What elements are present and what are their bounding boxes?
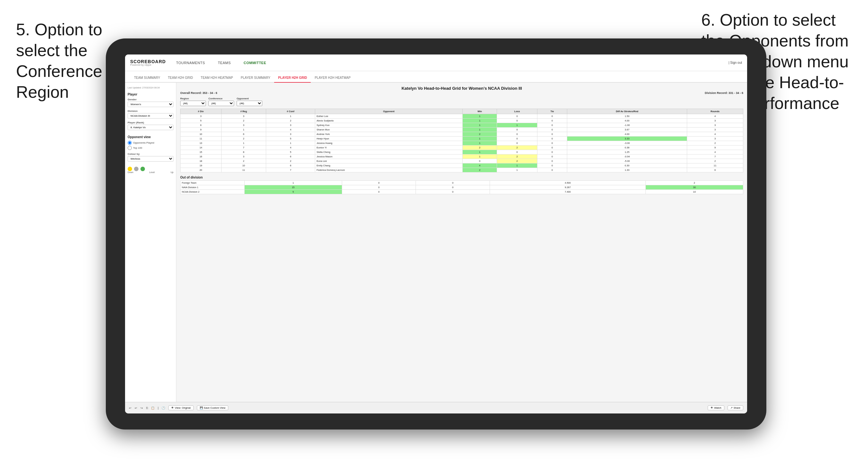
cell-opponent: Federica Domecq Lacroze [315, 168, 462, 173]
cell-loss: 2 [497, 155, 537, 159]
cell-rounds: 3 [687, 136, 743, 141]
cell-win: 1 [462, 155, 497, 159]
cell-conf: 5 [266, 150, 315, 155]
cell-tie: 0 [537, 119, 567, 123]
nav-teams[interactable]: TEAMS [215, 60, 233, 66]
cell-reg: 11 [221, 168, 266, 173]
cell-loss: 1 [497, 123, 537, 128]
save-custom-btn[interactable]: 💾 Save Custom View [197, 405, 228, 410]
cell-win: 1 [462, 150, 497, 155]
cell-reg: 3 [221, 155, 266, 159]
cell-win: 1 [462, 123, 497, 128]
copy-icon[interactable]: ⎘ [146, 406, 148, 410]
cell-reg: 7 [221, 146, 266, 150]
main-data-table: # Div # Reg # Conf Opponent Win Loss Tie… [180, 108, 743, 173]
sign-out-link[interactable]: | Sign out [728, 61, 742, 64]
tablet-frame: SCOREBOARD Powered by clippd TOURNAMENTS… [106, 38, 766, 430]
cell-reg: 2 [221, 136, 266, 141]
colour-by-select[interactable]: Win/loss [128, 156, 174, 161]
undo2-icon[interactable]: ↩ [135, 406, 137, 410]
cell-conf: 6 [266, 163, 315, 168]
cell-div: 19 [181, 163, 222, 168]
cell-loss: 0 [342, 185, 416, 190]
subnav-team-h2h-grid[interactable]: TEAM H2H GRID [164, 73, 197, 83]
cell-win: 1 [462, 114, 497, 119]
cell-reg: 1 [221, 128, 266, 132]
cell-div: 14 [181, 146, 222, 150]
cell-loss: 1 [497, 163, 537, 168]
cell-opponent: Euna Lee [315, 159, 462, 163]
separator: | [158, 406, 158, 410]
share-btn[interactable]: ↗ Share [727, 405, 743, 410]
table-row: 15 8 5 Stella Cheng 1 0 0 1.25 4 [181, 150, 743, 155]
watch-btn[interactable]: 👁 Watch [708, 405, 724, 410]
opponent-filter-select[interactable]: (All) [237, 101, 262, 106]
subnav-player-h2h-grid[interactable]: PLAYER H2H GRID [274, 73, 311, 83]
cell-tie: 0 [537, 168, 567, 173]
cell-rounds: 4 [687, 114, 743, 119]
radio-opponents-played[interactable]: Opponents Played [128, 141, 174, 145]
cell-loss: 0 [497, 128, 537, 132]
logo-sub: Powered by clippd [130, 64, 166, 66]
legend-labels: Down Level Up [128, 171, 174, 174]
table-row: 19 10 6 Emily Chang 4 1 0 0.30 11 [181, 163, 743, 168]
region-filter-select[interactable]: (All) [180, 101, 206, 106]
subnav-player-h2h-heatmap[interactable]: PLAYER H2H HEATMAP [311, 73, 354, 83]
table-row: 16 3 6 Jessica Mason 1 2 0 -0.94 7 [181, 155, 743, 159]
cell-loss: 0 [497, 119, 537, 123]
undo-icon[interactable]: ↩ [129, 406, 131, 410]
paste-icon[interactable]: 📋 [151, 406, 155, 410]
cell-reg: 2 [221, 159, 266, 163]
bottom-toolbar: ↩ ↩ ↪ ⎘ 📋 | 🕐 👁 View: Original 💾 Save Cu… [125, 402, 747, 413]
cell-rounds: 4 [687, 150, 743, 155]
table-row: 10 6 3 Andrea York 2 0 0 4.00 4 [181, 132, 743, 136]
colour-by-label: Colour by [128, 153, 174, 155]
main-content: Last Updated: 27/03/2024 08:34 Player Ge… [125, 83, 747, 402]
player-section-title: Player [128, 93, 174, 96]
cell-win: 2 [462, 168, 497, 173]
cell-conf: 4 [266, 146, 315, 150]
col-reg: # Reg [221, 109, 266, 114]
player-rank-select[interactable]: 8. Katelyn Vo [128, 125, 174, 130]
cell-diff: 9.267 [490, 185, 646, 190]
table-row: 9 1 4 Sharon Mun 1 0 0 3.67 3 [181, 128, 743, 132]
data-area: Katelyn Vo Head-to-Head Grid for Women's… [176, 83, 747, 402]
logo-text: SCOREBOARD [130, 59, 166, 64]
cell-div: 9 [181, 128, 222, 132]
table-row: 11 2 5 Heejo Hyun 1 0 0 3.33 3 [181, 136, 743, 141]
cell-opponent: Jessica Mason [315, 155, 462, 159]
subnav-team-h2h-heatmap[interactable]: TEAM H2H HEATMAP [197, 73, 237, 83]
radio-top100[interactable]: Top 100 [128, 146, 174, 150]
logo-area: SCOREBOARD Powered by clippd [130, 59, 166, 66]
cell-diff: -5.00 [567, 159, 687, 163]
view-original-btn[interactable]: 👁 View: Original [168, 405, 193, 410]
cell-loss: 2 [497, 146, 537, 150]
clock-icon: 🕐 [162, 406, 165, 410]
cell-win: 2 [462, 132, 497, 136]
cell-reg: 6 [221, 132, 266, 136]
cell-diff: 4.00 [567, 132, 687, 136]
redo-icon[interactable]: ↪ [141, 406, 143, 410]
nav-tournaments[interactable]: TOURNAMENTS [174, 60, 208, 66]
cell-opponent: Andrea York [315, 132, 462, 136]
page-title: Katelyn Vo Head-to-Head Grid for Women's… [180, 86, 743, 91]
cell-diff: 0.30 [567, 163, 687, 168]
conference-filter-select[interactable]: (All) [209, 101, 234, 106]
cell-win: 15 [245, 185, 342, 190]
opponent-filter-label: Opponent [237, 97, 262, 100]
subnav-player-summary[interactable]: PLAYER SUMMARY [237, 73, 274, 83]
cell-opponent: Stella Cheng [315, 150, 462, 155]
cell-diff: 7.400 [490, 190, 646, 194]
cell-loss: 1 [497, 168, 537, 173]
subnav-team-summary[interactable]: TEAM SUMMARY [130, 73, 164, 83]
cell-tie: 0 [537, 123, 567, 128]
table-row: 5 2 2 Alexis Sudjianto 1 0 0 4.00 3 [181, 119, 743, 123]
cell-conf: 1 [266, 141, 315, 146]
cell-rounds: 2 [646, 181, 743, 185]
cell-tie: 0 [416, 190, 490, 194]
nav-committee[interactable]: COMMITTEE [241, 60, 269, 66]
cell-reg: 2 [221, 119, 266, 123]
cell-opponent: Heejo Hyun [315, 136, 462, 141]
division-select[interactable]: NCAA Division III [128, 113, 174, 119]
gender-select[interactable]: Women's [128, 102, 174, 107]
